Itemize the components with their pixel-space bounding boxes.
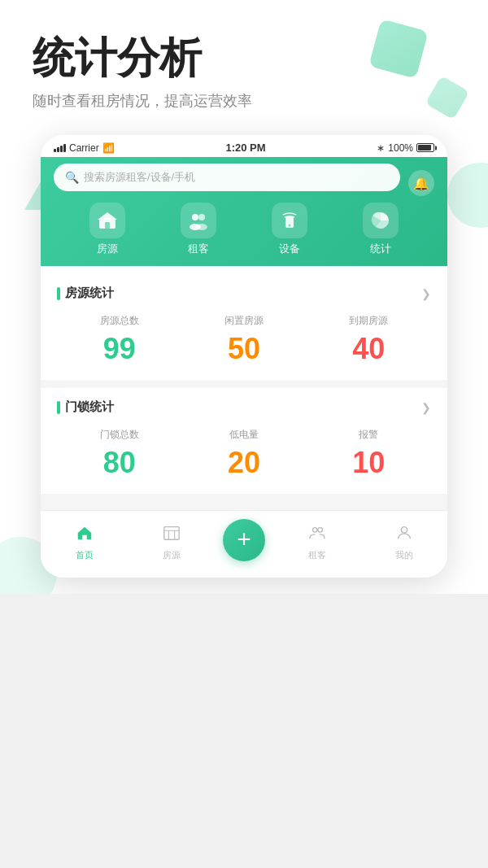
room-stats-row: 房源总数 99 闲置房源 50 到期房源 40 <box>57 314 431 364</box>
home-label: 首页 <box>76 549 94 561</box>
room-expired-value: 40 <box>307 334 431 364</box>
svg-rect-10 <box>163 527 178 540</box>
lock-stats-header: 门锁统计 ❯ <box>57 399 431 415</box>
room-idle: 闲置房源 50 <box>181 314 306 364</box>
search-placeholder: 搜索房源租客/设备/手机 <box>84 170 389 185</box>
room-stats-title: 房源统计 <box>57 286 114 301</box>
lock-low-battery-value: 20 <box>181 448 306 478</box>
nav-icon-stats[interactable]: 统计 <box>363 203 399 256</box>
device-icon <box>272 203 307 238</box>
nav-icon-tenant[interactable]: 租客 <box>181 203 216 256</box>
lock-stats-row: 门锁总数 80 低电量 20 报警 10 <box>57 428 431 478</box>
lock-alarm-value: 10 <box>307 448 431 478</box>
hero-section: 统计分析 随时查看租房情况，提高运营效率 Carrier 📶 <box>0 0 488 594</box>
svg-point-8 <box>289 225 291 227</box>
status-bar: Carrier 📶 1:20 PM ∗ 100% <box>41 135 447 157</box>
page-subtitle: 随时查看租房情况，提高运营效率 <box>33 91 455 111</box>
bottom-nav: 首页 房源 <box>41 510 447 578</box>
nav-icon-device[interactable]: 设备 <box>272 203 307 256</box>
lock-total-label: 门锁总数 <box>57 428 181 442</box>
lock-stats-card: 门锁统计 ❯ 门锁总数 80 低电量 20 <box>41 388 447 494</box>
lock-alarm-label: 报警 <box>307 428 431 442</box>
room-idle-label: 闲置房源 <box>181 314 306 328</box>
svg-point-15 <box>317 528 322 533</box>
nav-label-house: 房源 <box>97 242 118 256</box>
house-icon <box>89 203 125 238</box>
search-bar[interactable]: 🔍 搜索房源租客/设备/手机 <box>54 164 400 191</box>
lock-low-battery-label: 低电量 <box>181 428 306 442</box>
room-idle-value: 50 <box>181 334 306 364</box>
room-expired-label: 到期房源 <box>307 314 431 328</box>
room-total: 房源总数 99 <box>57 314 181 364</box>
svg-point-6 <box>196 224 207 230</box>
bottom-nav-tenant[interactable]: 租客 <box>273 524 360 561</box>
wifi-icon: 📶 <box>102 142 115 154</box>
room-expired: 到期房源 40 <box>307 314 431 364</box>
room-total-value: 99 <box>57 334 181 364</box>
tenant-nav-label: 租客 <box>308 549 326 561</box>
bottom-nav-mine[interactable]: 我的 <box>360 524 447 561</box>
mine-label: 我的 <box>395 549 413 561</box>
lock-total: 门锁总数 80 <box>57 428 181 478</box>
bottom-nav-home[interactable]: 首页 <box>41 524 128 561</box>
app-header: 🔍 搜索房源租客/设备/手机 🔔 <box>41 157 447 266</box>
title-accent-bar <box>57 287 60 300</box>
lock-title-accent-bar <box>57 401 60 414</box>
svg-marker-1 <box>98 212 117 220</box>
signal-icon <box>54 144 66 152</box>
plus-icon: + <box>237 527 251 552</box>
stats-icon <box>363 203 399 238</box>
lock-low-battery: 低电量 20 <box>181 428 306 478</box>
header-nav-icons: 房源 租客 <box>54 203 434 256</box>
deco-circle-right <box>447 163 488 228</box>
svg-point-4 <box>198 214 205 220</box>
status-right: ∗ 100% <box>377 142 434 154</box>
lock-stats-chevron[interactable]: ❯ <box>421 401 431 414</box>
svg-point-14 <box>312 528 317 533</box>
content-spacer <box>41 494 447 510</box>
bottom-nav-add[interactable]: + <box>223 519 265 566</box>
tenant-icon <box>181 203 216 238</box>
content-area: 房源统计 ❯ 房源总数 99 闲置房源 50 <box>41 274 447 510</box>
nav-icon-house[interactable]: 房源 <box>89 203 125 256</box>
room-stats-header: 房源统计 ❯ <box>57 286 431 301</box>
bottom-nav-property[interactable]: 房源 <box>128 524 215 561</box>
mine-icon <box>395 524 413 547</box>
battery-fill <box>418 145 431 150</box>
lock-alarm: 报警 10 <box>307 428 431 478</box>
phone-frame: Carrier 📶 1:20 PM ∗ 100% <box>41 135 447 578</box>
nav-label-stats: 统计 <box>370 242 391 256</box>
search-icon: 🔍 <box>65 171 79 184</box>
add-button[interactable]: + <box>223 519 265 561</box>
notification-bell[interactable]: 🔔 <box>408 170 434 196</box>
phone-mockup: Carrier 📶 1:20 PM ∗ 100% <box>41 135 447 578</box>
tenant-nav-icon <box>308 524 326 547</box>
room-stats-chevron[interactable]: ❯ <box>421 287 431 300</box>
nav-label-tenant: 租客 <box>188 242 209 256</box>
property-icon <box>163 524 181 547</box>
nav-label-device: 设备 <box>279 242 300 256</box>
lock-total-value: 80 <box>57 448 181 478</box>
svg-rect-2 <box>105 222 110 229</box>
bluetooth-icon: ∗ <box>377 142 385 154</box>
status-left: Carrier 📶 <box>54 142 115 154</box>
battery-icon <box>416 143 434 152</box>
battery-percent: 100% <box>388 142 413 154</box>
room-stats-card: 房源统计 ❯ 房源总数 99 闲置房源 50 <box>41 274 447 380</box>
carrier-label: Carrier <box>69 142 99 154</box>
svg-point-16 <box>401 527 407 533</box>
lock-stats-title: 门锁统计 <box>57 399 114 415</box>
room-total-label: 房源总数 <box>57 314 181 328</box>
property-label: 房源 <box>163 549 181 561</box>
home-icon <box>76 524 94 547</box>
time-display: 1:20 PM <box>225 142 265 154</box>
svg-point-3 <box>192 214 198 220</box>
